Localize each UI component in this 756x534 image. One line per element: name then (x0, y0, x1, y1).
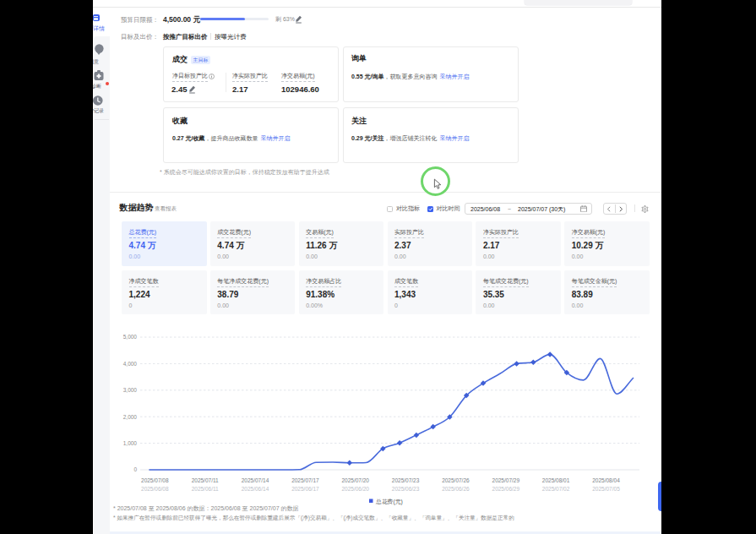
svg-text:2025/06/08: 2025/06/08 (141, 486, 169, 492)
svg-text:3,000: 3,000 (123, 387, 138, 393)
svg-text:总花费(元): 总花费(元) (375, 499, 403, 505)
svg-text:2025/08/04: 2025/08/04 (592, 477, 620, 483)
svg-text:2025/07/05: 2025/07/05 (592, 486, 620, 492)
svg-text:5,000: 5,000 (123, 334, 138, 340)
svg-text:0: 0 (133, 466, 137, 472)
svg-text:2025/07/20: 2025/07/20 (341, 477, 369, 483)
svg-text:4,000: 4,000 (123, 361, 138, 367)
svg-text:2025/07/23: 2025/07/23 (392, 477, 420, 483)
svg-text:2025/06/23: 2025/06/23 (392, 486, 420, 492)
svg-text:2025/06/14: 2025/06/14 (242, 486, 269, 492)
svg-text:2025/06/17: 2025/06/17 (291, 486, 319, 492)
svg-text:2025/07/11: 2025/07/11 (192, 477, 219, 483)
svg-text:2025/07/26: 2025/07/26 (442, 477, 470, 483)
svg-text:2025/07/02: 2025/07/02 (542, 486, 570, 492)
svg-text:2025/07/14: 2025/07/14 (242, 477, 269, 483)
svg-text:2025/06/20: 2025/06/20 (341, 486, 369, 492)
svg-text:2025/06/26: 2025/06/26 (442, 486, 470, 492)
svg-text:1,000: 1,000 (123, 440, 138, 446)
svg-text:2025/08/01: 2025/08/01 (542, 477, 570, 483)
svg-text:2025/07/17: 2025/07/17 (291, 477, 319, 483)
svg-text:2025/06/11: 2025/06/11 (192, 486, 219, 492)
svg-text:2025/07/29: 2025/07/29 (492, 477, 520, 483)
svg-text:2,000: 2,000 (123, 414, 138, 420)
svg-text:2025/06/29: 2025/06/29 (492, 486, 520, 492)
svg-text:2025/07/08: 2025/07/08 (141, 477, 169, 483)
